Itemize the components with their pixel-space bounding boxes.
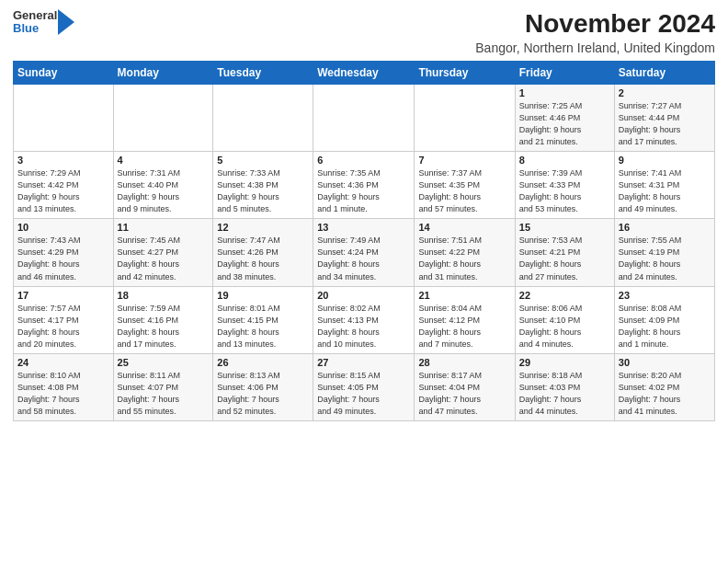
calendar-body: 1Sunrise: 7:25 AM Sunset: 4:46 PM Daylig… <box>14 85 715 421</box>
month-title: November 2024 <box>475 9 715 39</box>
day-number: 24 <box>17 357 109 368</box>
week-row-4: 17Sunrise: 7:57 AM Sunset: 4:17 PM Dayli… <box>14 286 715 353</box>
day-cell: 15Sunrise: 7:53 AM Sunset: 4:21 PM Dayli… <box>515 219 614 286</box>
header: General Blue November 2024 Bangor, North… <box>13 9 715 55</box>
day-number: 1 <box>519 87 610 98</box>
day-info: Sunrise: 8:18 AM Sunset: 4:03 PM Dayligh… <box>519 370 610 418</box>
day-cell: 18Sunrise: 7:59 AM Sunset: 4:16 PM Dayli… <box>113 286 213 353</box>
day-number: 26 <box>217 357 309 368</box>
day-cell <box>113 85 213 152</box>
day-number: 22 <box>519 290 610 301</box>
logo-icon <box>58 9 74 35</box>
day-info: Sunrise: 7:51 AM Sunset: 4:22 PM Dayligh… <box>418 235 510 282</box>
day-number: 8 <box>519 155 610 166</box>
day-info: Sunrise: 7:41 AM Sunset: 4:31 PM Dayligh… <box>619 167 711 215</box>
day-cell <box>313 85 415 152</box>
day-cell: 10Sunrise: 7:43 AM Sunset: 4:29 PM Dayli… <box>14 219 114 286</box>
day-cell: 29Sunrise: 8:18 AM Sunset: 4:03 PM Dayli… <box>515 353 614 420</box>
day-number: 14 <box>418 222 510 233</box>
day-cell: 14Sunrise: 7:51 AM Sunset: 4:22 PM Dayli… <box>415 219 515 286</box>
day-cell: 28Sunrise: 8:17 AM Sunset: 4:04 PM Dayli… <box>415 353 515 420</box>
day-cell: 6Sunrise: 7:35 AM Sunset: 4:36 PM Daylig… <box>313 152 415 219</box>
day-info: Sunrise: 7:39 AM Sunset: 4:33 PM Dayligh… <box>519 167 610 215</box>
day-info: Sunrise: 8:15 AM Sunset: 4:05 PM Dayligh… <box>317 370 410 418</box>
day-cell: 13Sunrise: 7:49 AM Sunset: 4:24 PM Dayli… <box>313 219 415 286</box>
day-cell: 30Sunrise: 8:20 AM Sunset: 4:02 PM Dayli… <box>614 353 714 420</box>
day-number: 20 <box>317 290 410 301</box>
day-info: Sunrise: 7:35 AM Sunset: 4:36 PM Dayligh… <box>317 167 410 215</box>
weekday-wednesday: Wednesday <box>313 62 415 85</box>
day-cell: 26Sunrise: 8:13 AM Sunset: 4:06 PM Dayli… <box>213 353 313 420</box>
day-cell: 21Sunrise: 8:04 AM Sunset: 4:12 PM Dayli… <box>415 286 515 353</box>
weekday-thursday: Thursday <box>415 62 515 85</box>
day-cell: 19Sunrise: 8:01 AM Sunset: 4:15 PM Dayli… <box>213 286 313 353</box>
day-cell: 27Sunrise: 8:15 AM Sunset: 4:05 PM Dayli… <box>313 353 415 420</box>
weekday-saturday: Saturday <box>614 62 714 85</box>
day-info: Sunrise: 7:25 AM Sunset: 4:46 PM Dayligh… <box>519 100 610 148</box>
day-info: Sunrise: 7:55 AM Sunset: 4:19 PM Dayligh… <box>619 235 711 282</box>
day-number: 27 <box>317 357 410 368</box>
day-info: Sunrise: 8:10 AM Sunset: 4:08 PM Dayligh… <box>17 370 109 418</box>
day-cell <box>415 85 515 152</box>
weekday-monday: Monday <box>113 62 213 85</box>
page: General Blue November 2024 Bangor, North… <box>0 0 728 563</box>
day-cell: 7Sunrise: 7:37 AM Sunset: 4:35 PM Daylig… <box>415 152 515 219</box>
day-number: 12 <box>217 222 309 233</box>
day-info: Sunrise: 8:13 AM Sunset: 4:06 PM Dayligh… <box>217 370 309 418</box>
day-info: Sunrise: 8:04 AM Sunset: 4:12 PM Dayligh… <box>418 303 510 350</box>
day-number: 19 <box>217 290 309 301</box>
day-info: Sunrise: 8:01 AM Sunset: 4:15 PM Dayligh… <box>217 303 309 350</box>
day-number: 13 <box>317 222 410 233</box>
day-number: 3 <box>17 155 109 166</box>
day-cell: 8Sunrise: 7:39 AM Sunset: 4:33 PM Daylig… <box>515 152 614 219</box>
day-cell: 23Sunrise: 8:08 AM Sunset: 4:09 PM Dayli… <box>614 286 714 353</box>
day-cell: 25Sunrise: 8:11 AM Sunset: 4:07 PM Dayli… <box>113 353 213 420</box>
day-number: 18 <box>118 290 210 301</box>
day-info: Sunrise: 7:47 AM Sunset: 4:26 PM Dayligh… <box>217 235 309 282</box>
weekday-row: SundayMondayTuesdayWednesdayThursdayFrid… <box>14 62 715 85</box>
day-cell: 17Sunrise: 7:57 AM Sunset: 4:17 PM Dayli… <box>14 286 114 353</box>
day-number: 25 <box>118 357 210 368</box>
day-number: 30 <box>619 357 711 368</box>
day-cell: 12Sunrise: 7:47 AM Sunset: 4:26 PM Dayli… <box>213 219 313 286</box>
day-number: 11 <box>118 222 210 233</box>
day-info: Sunrise: 7:27 AM Sunset: 4:44 PM Dayligh… <box>619 100 711 148</box>
day-cell: 9Sunrise: 7:41 AM Sunset: 4:31 PM Daylig… <box>614 152 714 219</box>
week-row-3: 10Sunrise: 7:43 AM Sunset: 4:29 PM Dayli… <box>14 219 715 286</box>
weekday-sunday: Sunday <box>14 62 114 85</box>
day-cell <box>213 85 313 152</box>
week-row-2: 3Sunrise: 7:29 AM Sunset: 4:42 PM Daylig… <box>14 152 715 219</box>
logo-general: General <box>13 9 57 22</box>
day-cell: 1Sunrise: 7:25 AM Sunset: 4:46 PM Daylig… <box>515 85 614 152</box>
day-cell: 5Sunrise: 7:33 AM Sunset: 4:38 PM Daylig… <box>213 152 313 219</box>
weekday-friday: Friday <box>515 62 614 85</box>
day-number: 23 <box>619 290 711 301</box>
calendar-table: SundayMondayTuesdayWednesdayThursdayFrid… <box>13 61 715 421</box>
day-info: Sunrise: 8:02 AM Sunset: 4:13 PM Dayligh… <box>317 303 410 350</box>
day-info: Sunrise: 7:45 AM Sunset: 4:27 PM Dayligh… <box>118 235 210 282</box>
day-number: 9 <box>619 155 711 166</box>
day-info: Sunrise: 7:59 AM Sunset: 4:16 PM Dayligh… <box>118 303 210 350</box>
calendar-header: SundayMondayTuesdayWednesdayThursdayFrid… <box>14 62 715 85</box>
day-number: 5 <box>217 155 309 166</box>
day-cell: 24Sunrise: 8:10 AM Sunset: 4:08 PM Dayli… <box>14 353 114 420</box>
day-number: 21 <box>418 290 510 301</box>
logo: General Blue <box>13 9 74 36</box>
day-info: Sunrise: 7:49 AM Sunset: 4:24 PM Dayligh… <box>317 235 410 282</box>
day-cell: 4Sunrise: 7:31 AM Sunset: 4:40 PM Daylig… <box>113 152 213 219</box>
location-subtitle: Bangor, Northern Ireland, United Kingdom <box>475 40 715 55</box>
day-number: 17 <box>17 290 109 301</box>
day-cell: 2Sunrise: 7:27 AM Sunset: 4:44 PM Daylig… <box>614 85 714 152</box>
day-number: 7 <box>418 155 510 166</box>
day-number: 28 <box>418 357 510 368</box>
day-info: Sunrise: 8:06 AM Sunset: 4:10 PM Dayligh… <box>519 303 610 350</box>
day-number: 6 <box>317 155 410 166</box>
day-info: Sunrise: 7:53 AM Sunset: 4:21 PM Dayligh… <box>519 235 610 282</box>
day-info: Sunrise: 7:31 AM Sunset: 4:40 PM Dayligh… <box>118 167 210 215</box>
day-info: Sunrise: 7:29 AM Sunset: 4:42 PM Dayligh… <box>17 167 109 215</box>
day-info: Sunrise: 8:08 AM Sunset: 4:09 PM Dayligh… <box>619 303 711 350</box>
day-info: Sunrise: 8:11 AM Sunset: 4:07 PM Dayligh… <box>118 370 210 418</box>
day-cell: 11Sunrise: 7:45 AM Sunset: 4:27 PM Dayli… <box>113 219 213 286</box>
logo-text: General Blue <box>13 9 57 36</box>
day-info: Sunrise: 8:20 AM Sunset: 4:02 PM Dayligh… <box>619 370 711 418</box>
